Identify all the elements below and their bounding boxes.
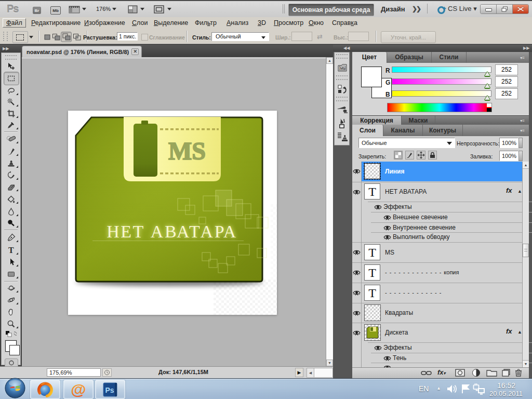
svg-text:Mb: Mb (340, 66, 345, 70)
svg-text:Ps: Ps (105, 386, 114, 394)
svg-text:НЕТ АВАТАРА: НЕТ АВАТАРА (107, 222, 237, 241)
svg-text:MS: MS (168, 137, 206, 165)
svg-text:T: T (8, 246, 14, 255)
svg-text:@: @ (71, 381, 86, 398)
